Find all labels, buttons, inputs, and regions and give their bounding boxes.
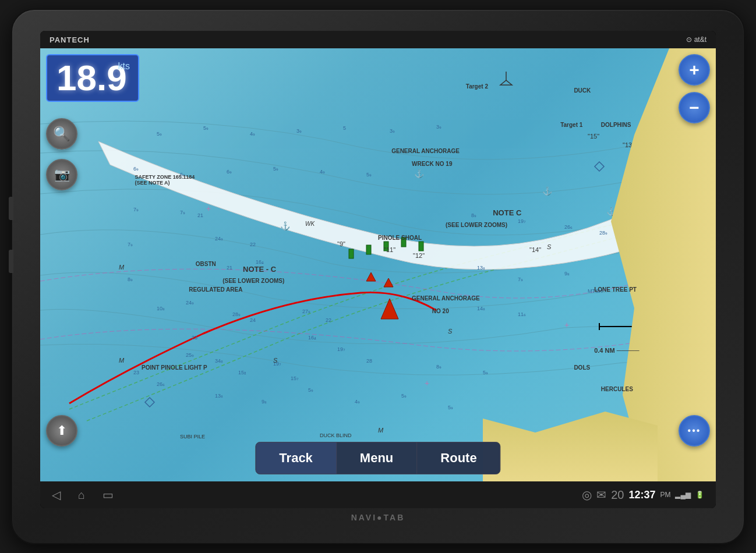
compass-button[interactable]: ⬆ bbox=[46, 415, 77, 446]
battery-icon: 🔋 bbox=[695, 491, 704, 499]
nav-left-buttons: ◁ ⌂ ▭ bbox=[52, 488, 114, 502]
speed-value: 18.9 bbox=[56, 60, 127, 96]
recents-button[interactable]: ▭ bbox=[103, 488, 114, 502]
status-bar: PANTECH ⊙ at&t bbox=[40, 31, 716, 48]
clock-display: 12:37 bbox=[628, 489, 655, 501]
route-button[interactable]: Route bbox=[417, 442, 500, 474]
camera-icon: 📷 bbox=[54, 167, 70, 182]
clock-period: PM bbox=[660, 491, 670, 499]
notification-count: 20 bbox=[611, 488, 624, 502]
side-button-2[interactable] bbox=[9, 250, 13, 273]
side-button-1[interactable] bbox=[9, 197, 13, 220]
brand-att: ⊙ at&t bbox=[686, 36, 706, 44]
tablet-device: PANTECH ⊙ at&t bbox=[11, 9, 745, 544]
zoom-minus-button[interactable]: − bbox=[679, 92, 710, 123]
search-button[interactable]: 🔍 bbox=[46, 118, 77, 150]
menu-button[interactable]: Menu bbox=[337, 442, 417, 474]
home-button[interactable]: ⌂ bbox=[78, 488, 85, 502]
nav-right-status: ◎ ✉ 20 12:37 PM ▂▄▆ 🔋 bbox=[582, 488, 704, 502]
email-icon: ✉ bbox=[596, 488, 606, 502]
android-nav-bar: ◁ ⌂ ▭ ◎ ✉ 20 12:37 PM ▂▄▆ 🔋 bbox=[40, 481, 716, 508]
brand-pantech: PANTECH bbox=[50, 36, 90, 44]
compass-icon: ⬆ bbox=[56, 423, 67, 438]
back-button[interactable]: ◁ bbox=[52, 488, 61, 502]
zoom-plus-button[interactable]: + bbox=[679, 54, 710, 86]
location-icon: ◎ bbox=[582, 488, 592, 502]
dots-icon: ••• bbox=[688, 426, 701, 436]
speed-unit: kts bbox=[118, 61, 130, 72]
att-signal-icon: ⊙ bbox=[686, 36, 692, 44]
bottom-toolbar: Track Menu Route bbox=[255, 442, 500, 474]
speed-display: kts 18.9 bbox=[46, 54, 139, 102]
track-button[interactable]: Track bbox=[256, 442, 337, 474]
dots-button[interactable]: ••• bbox=[679, 415, 710, 446]
map-area[interactable]: ⚓ ⚓ ⚓ ⚓ 5₉ 5₉ 4₉ 3₉ 5 3₉ 3₉ 6₉ 6₉ 6₉ 5₉ … bbox=[40, 48, 716, 481]
signal-bars: ▂▄▆ bbox=[675, 491, 691, 499]
camera-button[interactable]: 📷 bbox=[46, 159, 77, 190]
search-icon: 🔍 bbox=[53, 126, 70, 142]
tablet-screen: PANTECH ⊙ at&t bbox=[40, 31, 716, 508]
navitab-brand: NAVI●TAB bbox=[351, 513, 405, 522]
